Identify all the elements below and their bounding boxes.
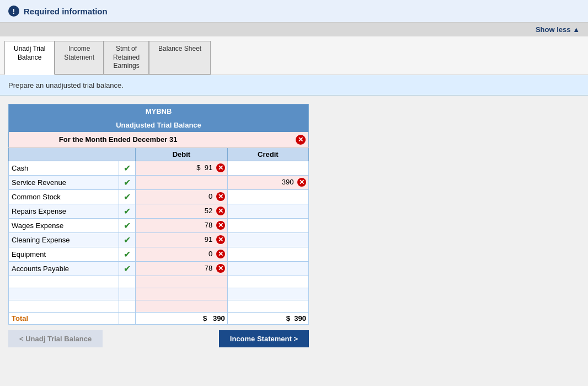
main-content: MYBNB Unadjusted Trial Balance For the M… <box>0 96 588 358</box>
empty-row <box>9 300 309 312</box>
account-col-header <box>9 147 136 161</box>
account-name: Common Stock <box>9 189 119 204</box>
debit-cell[interactable]: 91 ✕ <box>136 232 228 247</box>
account-name: Equipment <box>9 247 119 261</box>
account-name: Wages Expense <box>9 218 119 232</box>
debit-col-header: Debit <box>136 147 228 161</box>
tab-unadj-trial-balance[interactable]: Unadj TrialBalance <box>4 41 55 75</box>
credit-cell <box>227 204 308 218</box>
table-row: Repairs Expense ✔ 52 ✕ <box>9 204 309 218</box>
table-row: Service Revenue ✔ 390 ✕ <box>9 175 309 189</box>
debit-error-icon[interactable]: ✕ <box>216 264 225 273</box>
debit-error-icon[interactable]: ✕ <box>216 163 225 172</box>
empty-row <box>9 288 309 300</box>
total-credit-cell: $ 390 <box>227 312 308 324</box>
table-row: Cleaning Expense ✔ 91 ✕ <box>9 232 309 247</box>
check-cell: ✔ <box>119 261 136 276</box>
debit-cell[interactable]: 52 ✕ <box>136 204 228 218</box>
total-check-cell <box>119 312 136 324</box>
account-name: Repairs Expense <box>9 204 119 218</box>
table-row: Common Stock ✔ 0 ✕ <box>9 189 309 204</box>
credit-cell[interactable]: 390 ✕ <box>227 175 308 189</box>
account-name: Service Revenue <box>9 175 119 189</box>
credit-cell <box>227 261 308 276</box>
total-label: Total <box>9 312 119 324</box>
check-cell: ✔ <box>119 161 136 175</box>
tab-balance-sheet[interactable]: Balance Sheet <box>149 41 211 75</box>
debit-cell[interactable]: 0 ✕ <box>136 247 228 261</box>
close-period-button[interactable]: ✕ <box>296 135 306 145</box>
credit-cell <box>227 189 308 204</box>
check-cell: ✔ <box>119 204 136 218</box>
check-cell: ✔ <box>119 218 136 232</box>
table-title: Unadjusted Trial Balance <box>9 118 309 132</box>
table-row: Accounts Payable ✔ 78 ✕ <box>9 261 309 276</box>
check-cell: ✔ <box>119 189 136 204</box>
instructions-bar: Prepare an unadjusted trial balance. <box>0 75 588 96</box>
trial-balance-table: MYBNB Unadjusted Trial Balance For the M… <box>8 104 309 325</box>
credit-cell <box>227 232 308 247</box>
account-name: Cash <box>9 161 119 175</box>
debit-cell[interactable]: 78 ✕ <box>136 218 228 232</box>
next-button[interactable]: Income Statement > <box>219 330 309 347</box>
table-period: For the Month Ended December 31 <box>9 132 228 148</box>
debit-error-icon[interactable]: ✕ <box>216 235 225 244</box>
account-name: Accounts Payable <box>9 261 119 276</box>
bottom-nav: < Unadj Trial Balance Income Statement > <box>8 327 309 350</box>
total-debit-cell: $ 390 <box>136 312 228 324</box>
debit-cell[interactable]: 0 ✕ <box>136 189 228 204</box>
check-cell: ✔ <box>119 232 136 247</box>
debit-cell[interactable]: $ 91 ✕ <box>136 161 228 175</box>
debit-error-icon[interactable]: ✕ <box>216 207 225 215</box>
company-name: MYBNB <box>9 104 309 118</box>
required-bar: ! Required information <box>0 0 588 23</box>
show-less-bar[interactable]: Show less ▲ <box>0 23 588 36</box>
prev-button[interactable]: < Unadj Trial Balance <box>8 330 103 347</box>
tab-stmt-retained-earnings[interactable]: Stmt ofRetainedEarnings <box>104 41 149 75</box>
required-text: Required information <box>24 7 108 16</box>
check-cell: ✔ <box>119 247 136 261</box>
debit-error-icon[interactable]: ✕ <box>216 221 225 230</box>
check-cell: ✔ <box>119 175 136 189</box>
tab-income-statement[interactable]: IncomeStatement <box>55 41 104 75</box>
credit-error-icon[interactable]: ✕ <box>297 178 306 187</box>
account-name: Cleaning Expense <box>9 232 119 247</box>
credit-cell <box>227 161 308 175</box>
table-row: Cash ✔ $ 91 ✕ <box>9 161 309 175</box>
debit-cell[interactable]: 78 ✕ <box>136 261 228 276</box>
debit-error-icon[interactable]: ✕ <box>216 250 225 258</box>
credit-cell <box>227 218 308 232</box>
table-row: Equipment ✔ 0 ✕ <box>9 247 309 261</box>
debit-error-icon[interactable]: ✕ <box>216 192 225 201</box>
credit-cell <box>227 247 308 261</box>
empty-row <box>9 276 309 288</box>
tabs-container: Unadj TrialBalance IncomeStatement Stmt … <box>0 36 588 75</box>
total-row: Total $ 390 $ 390 <box>9 312 309 324</box>
credit-col-header: Credit <box>227 147 308 161</box>
debit-cell <box>136 175 228 189</box>
required-icon: ! <box>8 6 19 17</box>
table-row: Wages Expense ✔ 78 ✕ <box>9 218 309 232</box>
